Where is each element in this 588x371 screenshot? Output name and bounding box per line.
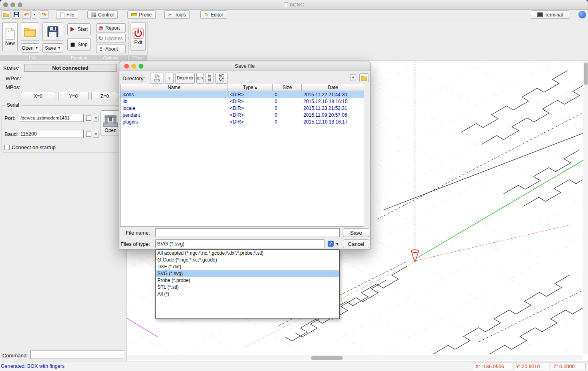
open-gcode-button[interactable] <box>21 22 39 41</box>
column-header-date[interactable]: Date <box>302 84 364 91</box>
save-file-button[interactable] <box>12 10 20 19</box>
tab-control[interactable]: Control <box>87 10 118 19</box>
type-option[interactable]: SVG (*.svg) <box>156 270 339 277</box>
folder-icon <box>24 26 36 37</box>
tab-tools[interactable]: ✂ Tools <box>164 10 190 19</box>
column-header-name[interactable]: Name <box>120 84 228 91</box>
control-panel: Status: Not connected WPos: MPos: X=0 Y=… <box>0 61 126 361</box>
save-button[interactable]: Save <box>343 228 369 237</box>
tab-file[interactable]: File <box>56 10 78 19</box>
start-button[interactable]: Start <box>67 23 91 35</box>
baud-checkbox[interactable] <box>86 132 91 137</box>
serial-open-button[interactable]: Open <box>101 110 121 136</box>
horizontal-scrollbar[interactable] <box>127 355 582 360</box>
terminal-button[interactable]: Terminal <box>531 10 569 19</box>
save-dropdown-button[interactable]: Save▼ <box>42 43 63 53</box>
z-coordinate: Z: 0.0000 <box>551 363 586 370</box>
baud-input[interactable] <box>19 130 84 138</box>
file-table-header: Name Type▲ Size Date <box>120 84 364 91</box>
ribbon-separator <box>65 21 65 55</box>
files-of-type-combobox[interactable]: SVG (*.svg) <box>155 239 324 248</box>
command-label: Command: <box>2 353 28 359</box>
globe-icon[interactable] <box>578 11 586 18</box>
baud-label: Baud: <box>4 131 18 137</box>
generated-status: Generated: BOX with fingers <box>1 363 64 369</box>
updates-button[interactable]: ↻ Updates <box>96 34 126 43</box>
ribbon: New Open▼ Save▼ File Start S <box>0 20 588 61</box>
column-header-type[interactable]: Type▲ <box>228 84 273 91</box>
sort-ascending-icon: ▲ <box>254 85 258 89</box>
baud-dropdown[interactable]: ▼ <box>93 131 99 138</box>
floppy-icon <box>14 12 19 17</box>
stop-icon <box>70 43 75 47</box>
dialog-title: Save file <box>119 63 370 69</box>
new-file-icon <box>5 28 15 40</box>
type-filter-checkbox[interactable]: ✓ <box>328 241 334 247</box>
file-row[interactable]: plugins <DIR> 0 2015.12.10 18:16:17 <box>121 118 364 125</box>
cancel-button[interactable]: Cancel <box>343 239 369 248</box>
column-header-size[interactable]: Size <box>273 84 302 91</box>
zero-y-button[interactable]: Y=0 <box>58 92 89 100</box>
serial-group-title: Serial <box>5 102 21 108</box>
path-segment-button[interactable]: bC NC <box>215 73 228 84</box>
window-title: bCNC <box>0 2 588 8</box>
type-option[interactable]: G-Code (*.ngc,*.nc,*.gcode) <box>156 257 339 264</box>
type-option[interactable]: All accepted (*.ngc,*.nc,*.gcode,*.dxf,*… <box>156 250 339 257</box>
path-segment-button[interactable]: Us ers <box>151 73 163 84</box>
redo-button[interactable]: ↷ <box>40 10 48 19</box>
tab-probe[interactable]: Probe <box>127 10 156 19</box>
type-option[interactable]: STL (*.stl) <box>156 284 339 291</box>
undo-button[interactable]: ↶ <box>22 10 31 19</box>
report-icon <box>99 26 103 30</box>
about-button[interactable]: About <box>96 44 126 53</box>
pencil-icon: ✎ <box>204 12 209 18</box>
zero-z-button[interactable]: Z=0 <box>91 92 118 100</box>
new-folder-button[interactable] <box>359 73 369 82</box>
type-option[interactable]: DXF (*.dxf) <box>156 264 339 270</box>
port-label: Port: <box>4 115 15 121</box>
port-dropdown[interactable]: ▼ <box>93 115 99 122</box>
path-segment-button[interactable]: to ol <box>205 73 214 84</box>
group-label-file: File <box>0 55 65 61</box>
horizontal-scroll-thumb[interactable] <box>311 356 343 360</box>
save-gcode-button[interactable] <box>42 22 63 41</box>
new-file-button[interactable]: New <box>2 22 18 51</box>
file-row[interactable]: icons <DIR> 0 2015.11.22 21:44:30 <box>121 91 364 98</box>
undo-list-dropdown[interactable]: ▼ <box>32 10 37 19</box>
directory-dropdown[interactable]: ▼ <box>350 74 356 81</box>
stop-button[interactable]: Stop <box>67 39 91 51</box>
file-row[interactable]: pendant <DIR> 0 2015.11.09 20:57:06 <box>121 112 364 118</box>
power-icon <box>133 28 144 39</box>
port-input[interactable] <box>19 114 84 122</box>
type-dropdown-arrow[interactable]: ▼ <box>335 242 339 246</box>
group-label-close: Close <box>129 55 147 61</box>
x-coordinate: X: -136.0506 <box>473 363 512 370</box>
path-segment-button[interactable]: Dropb ox <box>175 73 195 84</box>
file-row[interactable]: locale <DIR> 0 2015.11.23 21:52:31 <box>121 105 364 112</box>
exit-button[interactable]: Exit <box>131 22 146 51</box>
type-option[interactable]: Probe (*.probe) <box>156 277 339 284</box>
report-button[interactable]: Report <box>96 23 126 32</box>
person-icon <box>99 47 103 51</box>
port-checkbox[interactable] <box>86 116 91 121</box>
command-input[interactable] <box>30 351 124 359</box>
save-file-dialog: Save file Directory: Us ers s Dropb ox g… <box>119 61 371 249</box>
file-name-input[interactable] <box>155 228 340 237</box>
type-option[interactable]: All (*) <box>156 291 339 298</box>
file-row[interactable]: lib <DIR> 0 2015.12.10 18:16:15 <box>121 98 364 105</box>
open-file-button[interactable] <box>2 10 10 19</box>
connect-startup-label: Connect on startup <box>12 144 56 150</box>
vertical-scrollbar[interactable] <box>583 61 588 354</box>
y-coordinate: Y: 20.9010 <box>513 363 550 370</box>
chevron-down-icon: ▼ <box>58 46 61 50</box>
path-segment-button[interactable]: g n <box>196 73 203 84</box>
toolbar: ↶ ▼ ↷ File Control Probe ✂ Tools ✎ Edito… <box>0 10 588 20</box>
dialog-titlebar: Save file <box>119 61 370 71</box>
tab-editor[interactable]: ✎ Editor <box>200 10 227 19</box>
open-dropdown-button[interactable]: Open▼ <box>21 43 39 53</box>
connect-startup-checkbox[interactable] <box>4 145 10 150</box>
path-segment-button[interactable]: s <box>165 73 174 84</box>
type-options-list: All accepted (*.ngc,*.nc,*.gcode,*.dxf,*… <box>155 249 340 319</box>
vertical-scroll-thumb[interactable] <box>584 63 588 85</box>
zero-x-button[interactable]: X=0 <box>21 92 55 100</box>
